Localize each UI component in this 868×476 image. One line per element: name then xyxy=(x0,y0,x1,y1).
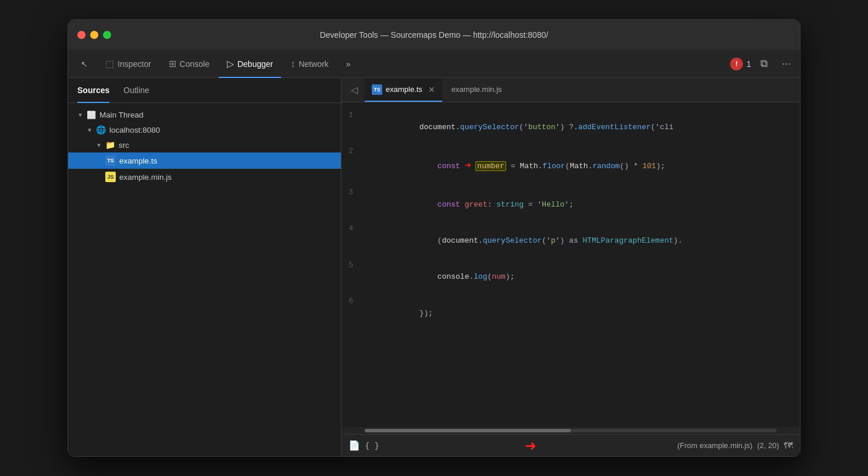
code-token: . xyxy=(478,236,483,245)
folder-icon: ⬜ xyxy=(87,111,96,119)
code-token: num xyxy=(492,272,505,281)
code-token: log xyxy=(474,272,487,281)
highlighted-variable: number xyxy=(475,161,506,171)
sidebar: Sources Outline ▼ ⬜ Main Thread ▼ 🌐 xyxy=(68,78,341,456)
pointer-icon: ↖ xyxy=(81,59,88,69)
main-content: Sources Outline ▼ ⬜ Main Thread ▼ 🌐 xyxy=(68,78,800,456)
code-token: (' xyxy=(542,236,551,245)
inspector-icon: ⬚ xyxy=(105,58,114,69)
tab-pointer[interactable]: ↖ xyxy=(73,51,96,78)
line-num-6: 6 xyxy=(341,296,365,308)
globe-icon: 🌐 xyxy=(96,125,106,134)
editor-tab-example-min-js[interactable]: example.min.js xyxy=(444,78,509,102)
red-arrow-icon: ➜ xyxy=(465,160,471,172)
code-token: string xyxy=(496,200,524,209)
tab-console[interactable]: ⊞ Console xyxy=(161,51,218,78)
code-token xyxy=(460,162,465,170)
line-content-3: const greet: string = 'Hello'; xyxy=(365,187,800,223)
code-line-1: 1 document.querySelector('button') ?.add… xyxy=(341,109,800,145)
code-editor[interactable]: 1 document.querySelector('button') ?.add… xyxy=(341,102,800,427)
debugger-label: Debugger xyxy=(237,59,273,69)
code-token: const xyxy=(437,200,460,209)
editor-ts-icon: TS xyxy=(372,84,382,95)
format-button[interactable]: { } xyxy=(365,441,379,450)
code-token: () * xyxy=(620,162,642,170)
pretty-print-button[interactable]: 📄 xyxy=(348,440,360,451)
more-icon: » xyxy=(346,59,351,69)
sidebar-tab-sources[interactable]: Sources xyxy=(77,79,109,103)
src-label: src xyxy=(119,141,129,150)
code-token: (' xyxy=(519,123,528,132)
code-token: Hello xyxy=(542,200,564,209)
src-indent: ▼ 📁 src xyxy=(77,140,129,150)
tree-item-main-thread[interactable]: ▼ ⬜ Main Thread xyxy=(68,108,341,122)
code-token: ); xyxy=(656,162,666,170)
code-token: 101 xyxy=(642,162,656,170)
close-button[interactable] xyxy=(77,31,86,39)
code-line-5: 5 console.log(num); xyxy=(341,260,800,296)
source-map-label: (From example.min.js) xyxy=(677,441,752,450)
code-token: ). xyxy=(674,236,683,245)
tab-more[interactable]: » xyxy=(338,51,359,78)
tree-item-localhost[interactable]: ▼ 🌐 localhost:8080 xyxy=(68,122,341,137)
tab-bar: ↖ ⬚ Inspector ⊞ Console ▷ Debugger ↕ Net… xyxy=(68,50,800,78)
code-token: ') as xyxy=(556,236,583,245)
console-icon: ⊞ xyxy=(169,58,176,69)
devtools-window: Developer Tools — Sourcemaps Demo — http… xyxy=(67,19,801,457)
tree-item-src[interactable]: ▼ 📁 src xyxy=(68,137,341,152)
code-token: querySelector xyxy=(460,123,519,132)
line-content-2: const ➜ number = Math.floor(Math.random(… xyxy=(365,145,800,186)
code-token xyxy=(419,200,437,209)
code-line-6: 6 }); xyxy=(341,296,800,332)
code-token: floor xyxy=(543,162,565,170)
line-content-6: }); xyxy=(365,296,800,332)
code-line-4: 4 (document.querySelector('p') as HTMLPa… xyxy=(341,223,800,259)
code-token: document xyxy=(442,236,478,245)
source-coords-label: (2, 20) xyxy=(757,441,779,450)
status-red-arrow-icon: ➜ xyxy=(525,438,536,454)
line-num-1: 1 xyxy=(341,109,365,122)
sidebar-tab-outline[interactable]: Outline xyxy=(123,79,149,103)
code-token: }); xyxy=(419,309,433,318)
code-token: ('cli xyxy=(651,123,674,132)
code-token: querySelector xyxy=(483,236,542,245)
editor-tab-example-ts[interactable]: TS example.ts ✕ xyxy=(365,78,442,102)
chevron-icon: ▼ xyxy=(77,112,83,118)
sources-label: Sources xyxy=(77,86,109,95)
tab-debugger[interactable]: ▷ Debugger xyxy=(219,51,282,78)
code-token: greet xyxy=(465,200,488,209)
chevron-icon-2: ▼ xyxy=(87,127,93,133)
tab-inspector[interactable]: ⬚ Inspector xyxy=(97,51,159,78)
scrollbar-thumb[interactable] xyxy=(365,429,571,432)
scrollbar-track xyxy=(365,429,777,432)
maximize-button[interactable] xyxy=(103,31,111,39)
code-token: ); xyxy=(506,272,515,281)
code-line-2: 2 const ➜ number = Math.floor(Math.rando… xyxy=(341,145,800,186)
code-token: Math xyxy=(520,162,538,170)
main-thread-label: Main Thread xyxy=(99,111,144,119)
example-ts-indent: TS example.ts xyxy=(77,155,157,166)
code-token xyxy=(460,200,465,209)
line-num-4: 4 xyxy=(341,223,365,235)
tab-network[interactable]: ↕ Network xyxy=(282,51,336,78)
options-button[interactable]: ··· xyxy=(777,55,795,72)
source-map-button[interactable]: 🗺 xyxy=(784,441,793,451)
window-title: Developer Tools — Sourcemaps Demo — http… xyxy=(320,30,549,40)
responsive-design-button[interactable]: ⧉ xyxy=(756,55,773,72)
line-num-3: 3 xyxy=(341,187,365,199)
editor-tabs: ◁ TS example.ts ✕ example.min.js xyxy=(341,78,800,102)
tree-item-example-min-js[interactable]: JS example.min.js xyxy=(68,169,341,185)
code-token: = ' xyxy=(524,200,542,209)
code-token: HTMLParagraphElement xyxy=(583,236,674,245)
console-label: Console xyxy=(180,59,209,69)
close-tab-button[interactable]: ✕ xyxy=(428,85,435,94)
line-content-4: (document.querySelector('p') as HTMLPara… xyxy=(365,223,800,259)
tab-bar-right: ! 1 ⧉ ··· xyxy=(730,50,795,77)
tree-item-example-ts[interactable]: TS example.ts xyxy=(68,152,341,169)
horizontal-scrollbar[interactable] xyxy=(341,427,800,434)
error-indicator[interactable]: ! 1 xyxy=(730,58,751,70)
code-token: button xyxy=(528,123,556,132)
minimize-button[interactable] xyxy=(90,31,98,39)
collapse-sidebar-button[interactable]: ◁ xyxy=(346,82,362,98)
code-token: random xyxy=(592,162,620,170)
